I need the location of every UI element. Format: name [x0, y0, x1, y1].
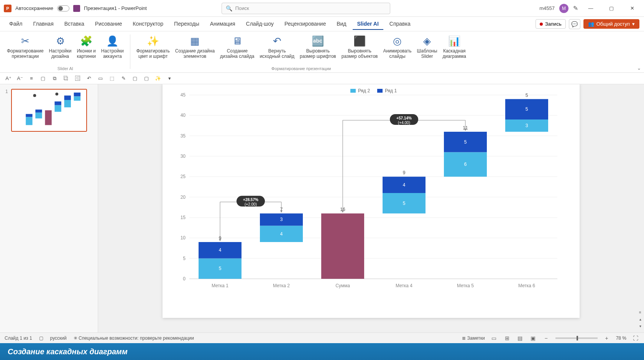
- tab-конструктор[interactable]: Конструктор: [128, 18, 168, 30]
- qat-button-1[interactable]: A⁻: [16, 75, 24, 82]
- tab-рецензирование[interactable]: Рецензирование: [280, 18, 330, 30]
- window-minimize-button[interactable]: —: [583, 3, 599, 14]
- vertical-scrollbar[interactable]: ≡ ▴ ▾: [637, 84, 643, 332]
- autosave-toggle[interactable]: [57, 5, 69, 11]
- share-button[interactable]: 👥 Общий доступ ▾: [583, 19, 639, 29]
- svg-text:Сумма: Сумма: [335, 283, 350, 288]
- ribbon-выровнять[interactable]: ⬛Выровнять размер объектов: [339, 33, 380, 61]
- ribbon-создание-дизайна[interactable]: ▦Создание дизайна элементов: [173, 33, 217, 61]
- ribbon-настройки[interactable]: ⚙Настройки дизайна: [47, 33, 74, 61]
- zoom-in-button[interactable]: +: [603, 335, 611, 342]
- search-placeholder: Поиск: [235, 5, 249, 11]
- svg-text:20: 20: [181, 195, 186, 200]
- ribbon-выровнять[interactable]: 🔤Выровнять размер шрифтов: [297, 33, 338, 61]
- ribbon-анимировать[interactable]: ◎Анимировать слайды: [381, 33, 414, 61]
- slide-canvas[interactable]: 051015202530354045Ряд 2Ряд 1549Метка 143…: [163, 84, 580, 318]
- qat-button-4[interactable]: ⧉: [51, 75, 58, 82]
- status-bar: Слайд 1 из 1 ▢ русский ✳ Специальные воз…: [0, 332, 644, 343]
- tab-анимация[interactable]: Анимация: [205, 18, 240, 30]
- ribbon-icon: 📊: [448, 34, 461, 47]
- qat-button-11[interactable]: ▢: [131, 75, 139, 82]
- ribbon-label: Анимировать слайды: [383, 48, 411, 59]
- ribbon-collapse-button[interactable]: ⌄: [637, 65, 641, 71]
- ribbon-форматировать[interactable]: ✨Форматировать цвет и шрифт: [134, 33, 172, 61]
- window-maximize-button[interactable]: ▢: [603, 3, 619, 14]
- qat-button-2[interactable]: ≡: [28, 75, 35, 82]
- qat-button-7[interactable]: ↶: [85, 75, 93, 82]
- qat-button-3[interactable]: ▢: [39, 75, 47, 82]
- qat-button-12[interactable]: ▢: [143, 75, 150, 82]
- search-box[interactable]: 🔍 Поиск: [222, 3, 390, 14]
- svg-text:5: 5: [464, 139, 467, 145]
- scroll-up-icon[interactable]: ▴: [637, 317, 643, 322]
- qat-button-0[interactable]: A⁺: [5, 75, 12, 82]
- save-icon[interactable]: [73, 5, 80, 12]
- qat-button-9[interactable]: ⬚: [108, 75, 116, 82]
- svg-text:5: 5: [526, 106, 528, 112]
- svg-text:Метка 4: Метка 4: [396, 283, 412, 288]
- qat-button-10[interactable]: ✎: [120, 75, 127, 82]
- avatar[interactable]: M: [559, 4, 568, 13]
- ribbon-настройки[interactable]: 👤Настройки аккаунта: [99, 33, 126, 61]
- qat-button-14[interactable]: ▾: [166, 75, 173, 82]
- ribbon-каскадная[interactable]: 📊Каскадная диаграмма: [440, 33, 468, 61]
- view-normal-button[interactable]: ▭: [490, 335, 498, 342]
- ribbon-tabs-row: ФайлГлавнаяВставкаРисованиеКонструкторПе…: [0, 17, 644, 31]
- tab-рисование[interactable]: Рисование: [90, 18, 127, 30]
- accessibility-status[interactable]: ✳ Специальные возможности: проверьте рек…: [74, 335, 194, 341]
- ribbon-label: Настройки аккаунта: [101, 48, 124, 59]
- ribbon-создание[interactable]: 🖥Создание дизайна слайда: [218, 33, 256, 61]
- qat-button-13[interactable]: ✨: [154, 75, 162, 82]
- qat-button-5[interactable]: ⿻: [62, 75, 70, 82]
- ribbon-шаблоны[interactable]: ◈Шаблоны Slider: [415, 33, 440, 61]
- ribbon-вернуть[interactable]: ↶Вернуть исходный слайд: [257, 33, 297, 61]
- ribbon-label: Каскадная диаграмма: [443, 48, 466, 59]
- svg-text:Ряд 2: Ряд 2: [358, 88, 370, 93]
- view-sorter-button[interactable]: ⊞: [503, 335, 511, 342]
- window-close-button[interactable]: ✕: [624, 3, 640, 14]
- ribbon-форматирование[interactable]: ✂Форматирование презентации: [5, 33, 46, 61]
- share-icon: 👥: [588, 21, 594, 27]
- svg-point-11: [33, 94, 36, 97]
- qat-button-6[interactable]: ⿷: [74, 75, 81, 82]
- view-reading-button[interactable]: ▤: [516, 335, 524, 342]
- tab-слайд-шоу[interactable]: Слайд-шоу: [242, 18, 279, 30]
- qat-button-8[interactable]: ▭: [97, 75, 104, 82]
- ribbon-иконки-и[interactable]: 🧩Иконки и картинки: [74, 33, 98, 61]
- autosave-label: Автосохранение: [15, 5, 53, 11]
- ribbon-icon: ⚙: [54, 34, 67, 47]
- svg-rect-34: [350, 89, 356, 93]
- draw-mode-icon[interactable]: ✎: [573, 5, 578, 12]
- tab-справка[interactable]: Справка: [385, 18, 415, 30]
- view-slideshow-button[interactable]: ▣: [529, 335, 537, 342]
- notes-button[interactable]: ≣ Заметки: [462, 335, 485, 341]
- tab-файл[interactable]: Файл: [5, 18, 27, 30]
- scroll-down-icon[interactable]: ▾: [637, 324, 643, 329]
- record-button[interactable]: Запись: [536, 19, 566, 29]
- accessibility-check-icon[interactable]: ▢: [39, 335, 43, 341]
- svg-rect-5: [54, 105, 61, 112]
- comments-button[interactable]: 💬: [569, 19, 580, 29]
- slide-thumbnail[interactable]: [11, 89, 87, 132]
- zoom-slider[interactable]: [555, 337, 598, 339]
- svg-text:4: 4: [280, 231, 283, 237]
- tab-главная[interactable]: Главная: [28, 18, 58, 30]
- fit-to-window-button[interactable]: ⛶: [632, 335, 639, 342]
- scroll-menu-icon[interactable]: ≡: [637, 310, 643, 316]
- svg-text:Метка 2: Метка 2: [273, 283, 290, 288]
- svg-rect-0: [26, 117, 32, 125]
- search-icon: 🔍: [226, 5, 232, 11]
- waterfall-chart[interactable]: 051015202530354045Ряд 2Ряд 1549Метка 143…: [163, 84, 580, 318]
- tab-slider-ai[interactable]: Slider AI: [353, 18, 383, 30]
- svg-text:25: 25: [181, 174, 186, 179]
- language-indicator[interactable]: русский: [50, 335, 67, 341]
- slide-thumbnails-panel[interactable]: 1: [0, 84, 98, 332]
- zoom-out-button[interactable]: −: [542, 335, 550, 342]
- ribbon-label: Форматировать цвет и шрифт: [136, 48, 170, 59]
- slide-editor[interactable]: 051015202530354045Ряд 2Ряд 1549Метка 143…: [98, 84, 644, 332]
- slide-counter: Слайд 1 из 1: [5, 335, 32, 341]
- tab-вставка[interactable]: Вставка: [60, 18, 89, 30]
- tab-вид[interactable]: Вид: [332, 18, 351, 30]
- tab-переходы[interactable]: Переходы: [169, 18, 204, 30]
- ribbon-icon: 👤: [106, 34, 119, 47]
